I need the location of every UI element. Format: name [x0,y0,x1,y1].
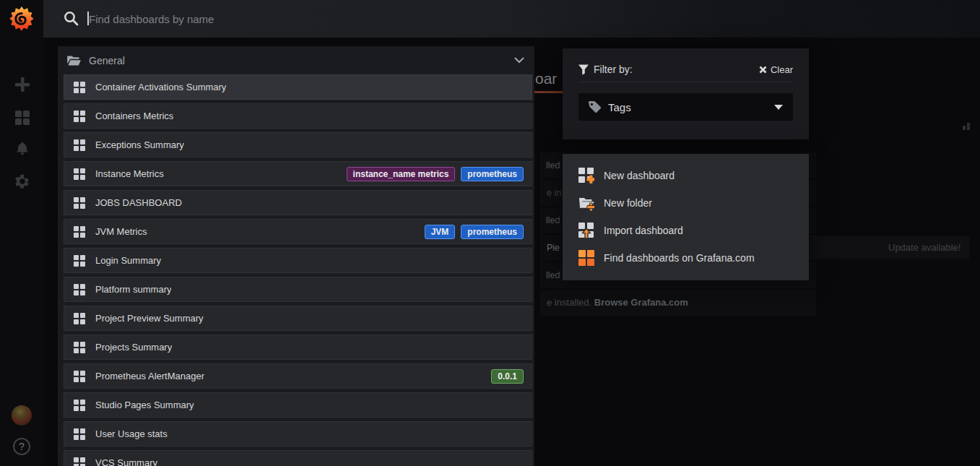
tag-purple[interactable]: instance_name metrics [347,167,456,181]
dashboard-title: Containers Metrics [95,111,173,121]
dashboards-icon[interactable] [14,110,30,126]
dashboard-title: VCS Summary [95,457,157,466]
search-input[interactable] [89,7,551,30]
dashboard-row[interactable]: Instance Metricsinstance_name metricspro… [64,161,532,186]
close-x-icon [759,66,767,74]
dashboard-grid-icon [74,226,85,238]
dashboard-grid-icon [74,255,85,267]
dashboard-row[interactable]: VCS Summary [64,450,532,466]
folder-label: General [89,55,125,66]
configuration-gear-icon[interactable] [14,173,30,189]
dashboard-row[interactable]: Studio Pages Summary [64,392,532,418]
caret-down-icon [774,105,783,110]
dashboard-tags: 0.0.1 [491,369,524,384]
dashboard-grid-icon [74,371,85,382]
alerting-bell-icon[interactable] [14,141,30,157]
dashboard-title: Projects Summary [95,342,172,353]
tag-blue[interactable]: prometheus [461,167,524,181]
dashboard-row[interactable]: Project Preview Summary [64,306,532,331]
background-text-fragment: lled [546,160,560,171]
menu-item-label: New dashboard [604,170,675,181]
new-dashboard-icon [578,168,594,184]
dashboard-title: JVM Metrics [95,226,147,237]
tag-blue[interactable]: prometheus [461,225,524,239]
clear-filter-button[interactable]: Clear [759,64,793,75]
menu-item-new-dashboard[interactable]: New dashboard [563,162,809,189]
background-tab-underline [532,91,563,93]
dashboard-title: Platform summary [95,284,171,295]
nav-sidebar: ? [0,0,43,466]
dashboard-row[interactable]: JVM MetricsJVMprometheus [64,219,532,244]
dashboard-grid-icon [74,82,85,93]
dashboard-title: Instance Metrics [95,168,164,179]
dashboard-row[interactable]: Exceptions Summary [64,132,532,158]
dashboard-row[interactable]: Login Summary [64,248,532,273]
folder-header-general[interactable]: General [58,46,534,74]
dashboard-row[interactable]: User Usage stats [64,421,532,446]
search-icon [64,11,79,26]
grafana-com-icon [578,250,594,266]
dashboard-list: Container Activations SummaryContainers … [58,74,534,466]
dashboard-grid-icon [74,400,85,411]
clear-label: Clear [771,64,793,75]
dashboard-row[interactable]: Projects Summary [64,335,532,360]
help-icon[interactable]: ? [13,438,30,455]
dashboard-title: User Usage stats [95,428,168,439]
dashboard-tags: JVMprometheus [425,225,524,239]
dashboard-grid-icon [74,428,85,440]
dashboard-grid-icon [74,139,85,151]
menu-item-label: Find dashboards on Grafana.com [604,252,755,264]
dashboard-title: Login Summary [95,255,161,266]
menu-item-import-dashboard[interactable]: Import dashboard [563,217,809,244]
background-installed-text: e installed. Browse Grafana.com [547,297,688,308]
dashboard-grid-icon [74,168,85,180]
dashboard-row[interactable]: Prometheus AlertManager0.0.1 [64,363,532,389]
dashboard-title: JOBS DASHBOARD [95,197,182,208]
tags-filter-dropdown[interactable]: Tags [578,93,793,121]
dashboard-title: Project Preview Summary [95,313,204,324]
dashboard-row[interactable]: Platform summary [64,277,532,302]
tag-green[interactable]: 0.0.1 [491,369,524,384]
dashboard-grid-icon [74,342,85,353]
menu-item-find-dashboards-on-grafana-com[interactable]: Find dashboards on Grafana.com [563,244,809,272]
dashboard-title: Prometheus AlertManager [95,371,204,381]
user-avatar[interactable] [12,405,32,426]
dashboard-grid-icon [74,111,85,122]
update-available-text: Update available! [888,242,961,253]
menu-item-new-folder[interactable]: New folder [563,189,809,217]
filter-by-label: Filter by: [594,64,633,75]
divider [578,82,793,82]
dashboard-grid-icon [74,313,85,324]
menu-item-label: New folder [604,197,652,209]
background-tab-fragment: oar [535,70,557,87]
chevron-down-icon[interactable] [514,57,524,64]
dashboard-tags: instance_name metricsprometheus [347,167,524,181]
import-dashboard-icon [578,223,594,238]
dashboard-row[interactable]: JOBS DASHBOARD [64,190,532,215]
dashboard-title: Studio Pages Summary [95,400,194,410]
filter-panel: Filter by: Clear Tags [563,48,809,139]
background-text-fragment: Pie [547,243,560,253]
search-topbar [43,0,980,38]
folder-open-icon [67,55,81,66]
dashboard-row[interactable]: Containers Metrics [64,103,532,129]
grafana-logo-icon[interactable] [9,6,34,32]
background-text-fragment: lled [546,270,560,280]
tag-icon [589,101,601,113]
browse-grafana-link: Browse Grafana.com [594,297,688,308]
dashboard-actions-menu: New dashboardNew folderImport dashboardF… [563,154,809,280]
dashboard-grid-icon [74,197,85,209]
menu-item-label: Import dashboard [604,225,683,236]
background-text-fragment: e in [547,188,561,198]
background-text-fragment: lled [546,215,560,225]
funnel-filter-icon [578,64,589,75]
dashboard-row[interactable]: Container Activations Summary [64,74,532,100]
dashboard-title: Container Activations Summary [95,82,226,92]
background-partial-icon [963,123,971,130]
tag-blue[interactable]: JVM [425,225,456,239]
dashboard-grid-icon [74,284,85,295]
new-folder-icon [578,195,594,211]
create-plus-icon[interactable] [14,77,30,92]
dashboard-title: Exceptions Summary [95,139,184,150]
tags-dropdown-label: Tags [608,101,631,113]
